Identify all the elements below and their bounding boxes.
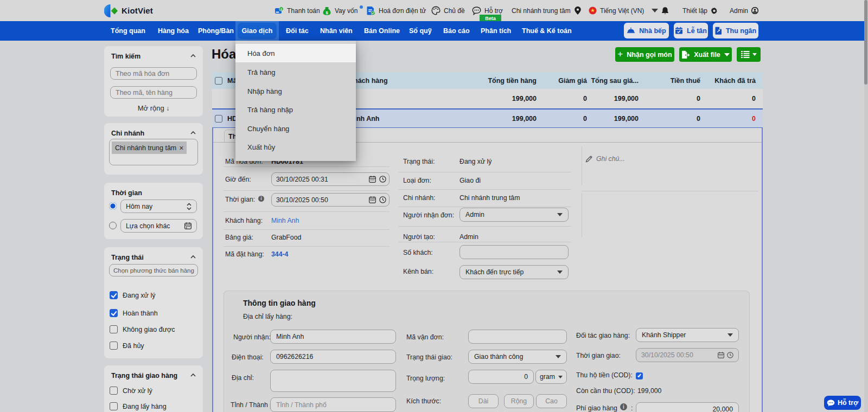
svg-text:0: 0 [280, 8, 282, 11]
